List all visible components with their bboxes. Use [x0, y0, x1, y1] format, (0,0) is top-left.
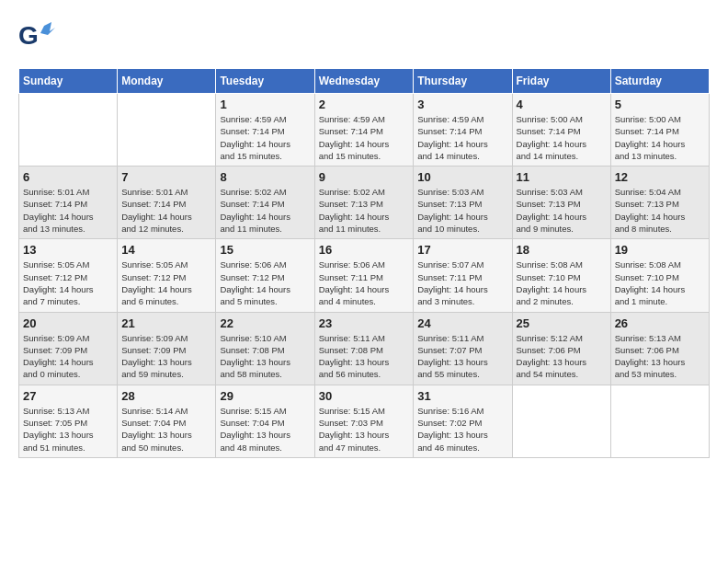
calendar-cell: 2Sunrise: 4:59 AM Sunset: 7:14 PM Daylig… — [314, 94, 414, 167]
day-number: 26 — [615, 316, 705, 330]
calendar-cell: 24Sunrise: 5:11 AM Sunset: 7:07 PM Dayli… — [414, 312, 512, 385]
calendar-cell: 7Sunrise: 5:01 AM Sunset: 7:14 PM Daylig… — [118, 167, 216, 239]
calendar-cell: 20Sunrise: 5:09 AM Sunset: 7:09 PM Dayli… — [19, 312, 118, 385]
weekday-header-wednesday: Wednesday — [314, 69, 414, 94]
weekday-header-friday: Friday — [512, 69, 610, 94]
day-number: 29 — [220, 389, 310, 403]
day-info: Sunrise: 4:59 AM Sunset: 7:14 PM Dayligh… — [220, 113, 310, 162]
calendar-cell: 17Sunrise: 5:07 AM Sunset: 7:11 PM Dayli… — [414, 239, 512, 312]
day-number: 17 — [417, 243, 507, 257]
day-number: 24 — [417, 316, 507, 330]
calendar-cell: 10Sunrise: 5:03 AM Sunset: 7:13 PM Dayli… — [414, 167, 512, 239]
day-info: Sunrise: 5:05 AM Sunset: 7:12 PM Dayligh… — [121, 259, 211, 307]
day-info: Sunrise: 5:08 AM Sunset: 7:10 PM Dayligh… — [517, 259, 607, 307]
day-info: Sunrise: 5:10 AM Sunset: 7:08 PM Dayligh… — [220, 332, 310, 381]
calendar-cell: 9Sunrise: 5:02 AM Sunset: 7:13 PM Daylig… — [314, 167, 414, 239]
calendar-cell: 21Sunrise: 5:09 AM Sunset: 7:09 PM Dayli… — [118, 312, 216, 385]
day-info: Sunrise: 5:02 AM Sunset: 7:14 PM Dayligh… — [220, 186, 310, 235]
svg-text:G: G — [18, 21, 39, 50]
calendar-week-4: 20Sunrise: 5:09 AM Sunset: 7:09 PM Dayli… — [19, 312, 710, 385]
weekday-header-saturday: Saturday — [610, 69, 709, 94]
day-number: 3 — [417, 98, 507, 111]
calendar-cell: 27Sunrise: 5:13 AM Sunset: 7:05 PM Dayli… — [19, 385, 118, 457]
calendar-table: SundayMondayTuesdayWednesdayThursdayFrid… — [18, 68, 710, 458]
day-number: 1 — [220, 98, 310, 111]
day-info: Sunrise: 5:11 AM Sunset: 7:08 PM Dayligh… — [319, 332, 410, 381]
day-info: Sunrise: 4:59 AM Sunset: 7:14 PM Dayligh… — [319, 113, 410, 162]
day-info: Sunrise: 5:13 AM Sunset: 7:06 PM Dayligh… — [615, 332, 705, 381]
day-info: Sunrise: 5:11 AM Sunset: 7:07 PM Dayligh… — [417, 332, 507, 381]
calendar-cell: 30Sunrise: 5:15 AM Sunset: 7:03 PM Dayli… — [314, 385, 414, 457]
calendar-cell: 25Sunrise: 5:12 AM Sunset: 7:06 PM Dayli… — [512, 312, 610, 385]
day-info: Sunrise: 5:07 AM Sunset: 7:11 PM Dayligh… — [417, 259, 507, 307]
day-number: 9 — [319, 170, 410, 184]
logo-icon: G — [18, 18, 55, 59]
day-number: 25 — [517, 316, 607, 330]
day-info: Sunrise: 5:01 AM Sunset: 7:14 PM Dayligh… — [121, 186, 211, 235]
day-number: 30 — [319, 389, 410, 403]
calendar-cell — [610, 385, 709, 457]
calendar-cell: 19Sunrise: 5:08 AM Sunset: 7:10 PM Dayli… — [610, 239, 709, 312]
day-info: Sunrise: 5:09 AM Sunset: 7:09 PM Dayligh… — [23, 332, 113, 381]
calendar-cell: 28Sunrise: 5:14 AM Sunset: 7:04 PM Dayli… — [118, 385, 216, 457]
day-number: 10 — [417, 170, 507, 184]
weekday-header-thursday: Thursday — [414, 69, 512, 94]
logo: G — [18, 18, 59, 59]
calendar-week-3: 13Sunrise: 5:05 AM Sunset: 7:12 PM Dayli… — [19, 239, 710, 312]
day-info: Sunrise: 4:59 AM Sunset: 7:14 PM Dayligh… — [417, 113, 507, 162]
calendar-cell: 22Sunrise: 5:10 AM Sunset: 7:08 PM Dayli… — [216, 312, 314, 385]
day-number: 20 — [23, 316, 113, 330]
day-number: 4 — [517, 98, 607, 111]
svg-marker-1 — [40, 22, 55, 35]
day-number: 8 — [220, 170, 310, 184]
calendar-cell: 8Sunrise: 5:02 AM Sunset: 7:14 PM Daylig… — [216, 167, 314, 239]
calendar-cell: 11Sunrise: 5:03 AM Sunset: 7:13 PM Dayli… — [512, 167, 610, 239]
day-info: Sunrise: 5:06 AM Sunset: 7:12 PM Dayligh… — [220, 259, 310, 307]
day-number: 11 — [517, 170, 607, 184]
day-info: Sunrise: 5:12 AM Sunset: 7:06 PM Dayligh… — [517, 332, 607, 381]
day-number: 12 — [615, 170, 705, 184]
calendar-cell: 14Sunrise: 5:05 AM Sunset: 7:12 PM Dayli… — [118, 239, 216, 312]
day-info: Sunrise: 5:08 AM Sunset: 7:10 PM Dayligh… — [615, 259, 705, 307]
day-number: 2 — [319, 98, 410, 111]
day-info: Sunrise: 5:04 AM Sunset: 7:13 PM Dayligh… — [615, 186, 705, 235]
day-number: 28 — [121, 389, 211, 403]
day-info: Sunrise: 5:16 AM Sunset: 7:02 PM Dayligh… — [417, 405, 507, 454]
day-number: 31 — [417, 389, 507, 403]
day-number: 23 — [319, 316, 410, 330]
day-number: 16 — [319, 243, 410, 257]
weekday-header-sunday: Sunday — [19, 69, 118, 94]
day-info: Sunrise: 5:03 AM Sunset: 7:13 PM Dayligh… — [517, 186, 607, 235]
day-info: Sunrise: 5:00 AM Sunset: 7:14 PM Dayligh… — [615, 113, 705, 162]
calendar-cell: 12Sunrise: 5:04 AM Sunset: 7:13 PM Dayli… — [610, 167, 709, 239]
calendar-week-1: 1Sunrise: 4:59 AM Sunset: 7:14 PM Daylig… — [19, 94, 710, 167]
weekday-header-monday: Monday — [118, 69, 216, 94]
calendar-cell: 16Sunrise: 5:06 AM Sunset: 7:11 PM Dayli… — [314, 239, 414, 312]
day-info: Sunrise: 5:14 AM Sunset: 7:04 PM Dayligh… — [121, 405, 211, 454]
day-info: Sunrise: 5:15 AM Sunset: 7:03 PM Dayligh… — [319, 405, 410, 454]
day-info: Sunrise: 5:05 AM Sunset: 7:12 PM Dayligh… — [23, 259, 113, 307]
page-header: G — [18, 18, 710, 59]
calendar-cell: 4Sunrise: 5:00 AM Sunset: 7:14 PM Daylig… — [512, 94, 610, 167]
day-number: 5 — [615, 98, 705, 111]
day-info: Sunrise: 5:00 AM Sunset: 7:14 PM Dayligh… — [517, 113, 607, 162]
calendar-cell: 15Sunrise: 5:06 AM Sunset: 7:12 PM Dayli… — [216, 239, 314, 312]
day-info: Sunrise: 5:03 AM Sunset: 7:13 PM Dayligh… — [417, 186, 507, 235]
calendar-week-2: 6Sunrise: 5:01 AM Sunset: 7:14 PM Daylig… — [19, 167, 710, 239]
calendar-cell: 29Sunrise: 5:15 AM Sunset: 7:04 PM Dayli… — [216, 385, 314, 457]
day-number: 6 — [23, 170, 113, 184]
day-number: 21 — [121, 316, 211, 330]
calendar-cell: 26Sunrise: 5:13 AM Sunset: 7:06 PM Dayli… — [610, 312, 709, 385]
day-number: 7 — [121, 170, 211, 184]
day-info: Sunrise: 5:13 AM Sunset: 7:05 PM Dayligh… — [23, 405, 113, 454]
calendar-cell: 13Sunrise: 5:05 AM Sunset: 7:12 PM Dayli… — [19, 239, 118, 312]
calendar-cell: 31Sunrise: 5:16 AM Sunset: 7:02 PM Dayli… — [414, 385, 512, 457]
day-info: Sunrise: 5:06 AM Sunset: 7:11 PM Dayligh… — [319, 259, 410, 307]
calendar-cell: 18Sunrise: 5:08 AM Sunset: 7:10 PM Dayli… — [512, 239, 610, 312]
day-info: Sunrise: 5:02 AM Sunset: 7:13 PM Dayligh… — [319, 186, 410, 235]
calendar-cell: 3Sunrise: 4:59 AM Sunset: 7:14 PM Daylig… — [414, 94, 512, 167]
day-number: 14 — [121, 243, 211, 257]
calendar-cell: 1Sunrise: 4:59 AM Sunset: 7:14 PM Daylig… — [216, 94, 314, 167]
day-number: 19 — [615, 243, 705, 257]
calendar-cell: 5Sunrise: 5:00 AM Sunset: 7:14 PM Daylig… — [610, 94, 709, 167]
